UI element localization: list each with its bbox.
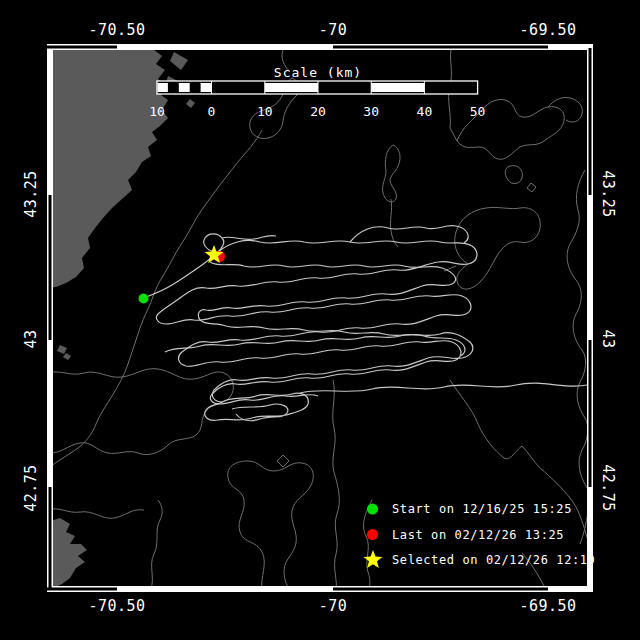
island	[63, 353, 71, 360]
island	[186, 99, 195, 108]
scale-tick-0: 0	[208, 104, 216, 119]
coastline-land	[47, 44, 168, 288]
scale-tick-50: 50	[470, 104, 486, 119]
start-marker[interactable]	[139, 294, 149, 304]
lat-tick-left-1: 43.25	[22, 170, 40, 218]
scale-tick-40: 40	[417, 104, 433, 119]
scale-tick-10: 10	[257, 104, 273, 119]
lon-tick-bottom-1: -70.50	[88, 597, 145, 615]
scale-tick-20: 20	[310, 104, 326, 119]
island	[170, 52, 188, 70]
lat-tick-right-2: 43	[599, 329, 617, 348]
scale-tick-10L: 10	[149, 104, 165, 119]
scale-bar	[157, 81, 478, 94]
scale-tick-30: 30	[363, 104, 379, 119]
legend-last-label: Last on 02/12/26 13:25	[392, 528, 564, 542]
island	[57, 345, 67, 354]
legend-start-label: Start on 12/16/25 15:25	[392, 502, 572, 516]
land-polygons	[47, 44, 195, 588]
legend-last-dot	[367, 529, 378, 540]
map-canvas[interactable]	[0, 0, 640, 640]
scale-bar-title: Scale (km)	[274, 65, 362, 80]
legend-start-dot	[367, 504, 378, 515]
legend-selected-star	[364, 550, 383, 568]
drifter-track-map-screen: -70.50 -70 -69.50 -70.50 -70 -69.50 43.2…	[0, 0, 640, 640]
lat-tick-right-3: 42.75	[599, 464, 617, 512]
lon-tick-top-3: -69.50	[519, 21, 576, 39]
legend-selected-label: Selected on 02/12/26 12:10	[392, 553, 595, 567]
lat-tick-right-1: 43.25	[599, 170, 617, 218]
lon-tick-bottom-3: -69.50	[519, 597, 576, 615]
lat-tick-left-2: 43	[22, 329, 40, 348]
lon-tick-bottom-2: -70	[319, 597, 348, 615]
lon-tick-top-1: -70.50	[88, 21, 145, 39]
lat-tick-left-3: 42.75	[22, 464, 40, 512]
lon-tick-top-2: -70	[319, 21, 348, 39]
